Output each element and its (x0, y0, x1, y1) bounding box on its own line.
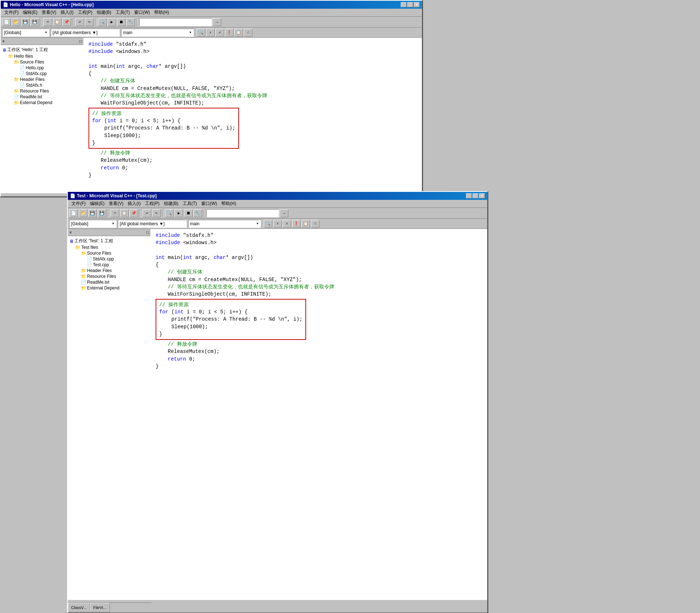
tree-workspace-hello[interactable]: 🖥 工作区 'Hello': 1 工程 (2, 46, 82, 53)
menu-project-test[interactable]: 工程(P) (143, 200, 162, 207)
tree-stdafx-cpp-test[interactable]: 📄 StdAfx.cpp (69, 256, 149, 262)
tb-b3-hello[interactable]: 🔧 (126, 18, 135, 26)
tb-new-test[interactable]: 📄 (69, 209, 78, 217)
menu-tools-test[interactable]: 工具(T) (181, 200, 199, 207)
tree-source-files[interactable]: 📁 Source Files (2, 59, 82, 65)
tb-save-hello[interactable]: 💾 (21, 18, 30, 26)
menu-help-test[interactable]: 帮助(H) (219, 200, 238, 207)
tb-b1-test[interactable]: ▶ (174, 209, 183, 217)
tb-r5-hello[interactable]: 📋 (234, 29, 243, 37)
tb-save-all-hello[interactable]: 💾 (30, 18, 39, 26)
tb-paste-test[interactable]: 📌 (129, 209, 138, 217)
tb-open-hello[interactable]: 📂 (12, 18, 20, 26)
tb-b2-hello[interactable]: ⏹ (117, 18, 125, 26)
maximize-btn-hello[interactable]: □ (407, 2, 413, 7)
menu-view-test[interactable]: 查看(V) (107, 200, 125, 207)
close-btn-hello[interactable]: ✕ (414, 2, 420, 7)
tb-cut-test[interactable]: ✂ (111, 209, 119, 217)
tb-r1-hello[interactable]: 🔍 (197, 29, 205, 37)
tb-redo-hello[interactable]: ↪ (85, 18, 94, 26)
menu-window-hello[interactable]: 窗口(W) (132, 9, 152, 16)
menu-tools-hello[interactable]: 工具(T) (114, 9, 132, 16)
sep2-test (140, 210, 141, 217)
tb-b2-test[interactable]: ⏹ (184, 209, 193, 217)
minimize-btn-hello[interactable]: _ (401, 2, 407, 7)
tree-external-hello[interactable]: 📁 External Depend (2, 100, 82, 106)
tree-source-files-test[interactable]: 📁 Source Files (69, 250, 149, 256)
tb-r3-hello[interactable]: ⚡ (215, 29, 224, 37)
maximize-btn-test[interactable]: □ (473, 193, 478, 198)
menu-edit-hello[interactable]: 编辑(E) (21, 9, 40, 16)
globals-dropdown-hello[interactable]: [Globals] ▼ (2, 29, 49, 37)
tree-test-cpp[interactable]: 📄 Test.cpp (69, 262, 149, 268)
tb-b1-hello[interactable]: ▶ (107, 18, 116, 26)
tree-readme-test[interactable]: 📄 ReadMe.txt (69, 279, 149, 285)
menu-project-hello[interactable]: 工程(P) (76, 9, 95, 16)
sep3-hello (95, 19, 96, 25)
menu-help-hello[interactable]: 帮助(H) (152, 9, 171, 16)
tb-r4-hello[interactable]: ❗ (225, 29, 234, 37)
toolbar-search-hello[interactable] (139, 18, 212, 26)
tb-r2-test[interactable]: ⚡ (273, 220, 282, 228)
tb-find-test[interactable]: 🔍 (165, 209, 174, 217)
tb-undo-test[interactable]: ↩ (143, 209, 151, 217)
main-dropdown-hello[interactable]: main ▼ (121, 29, 194, 37)
tb-copy-hello[interactable]: 📋 (53, 18, 62, 26)
tree-resource-files-test[interactable]: 📁 Resource Files (69, 273, 149, 279)
tb-go-test[interactable]: → (280, 209, 288, 217)
tree-stdafx-cpp[interactable]: 📄 StdAfx.cpp (2, 71, 82, 77)
main-dropdown-test[interactable]: main ▼ (188, 220, 261, 228)
tree-header-files-hello[interactable]: 📁 Header Files (2, 77, 82, 82)
file-tree-hello: × □ 🖥 工作区 'Hello': 1 工程 📁 Hello files 📁 … (1, 38, 84, 193)
tree-resource-files-hello[interactable]: 📁 Resource Files (2, 88, 82, 94)
menu-insert-test[interactable]: 插入(I) (125, 200, 143, 207)
title-bar-hello: 📄 Hello - Microsoft Visual C++ - [Hello.… (1, 1, 422, 9)
tb-r1-test[interactable]: 🔍 (264, 220, 272, 228)
minimize-btn-test[interactable]: _ (466, 193, 472, 198)
tb-cut-hello[interactable]: ✂ (44, 18, 52, 26)
menu-file-hello[interactable]: 文件(F) (2, 9, 21, 16)
menu-file-test[interactable]: 文件(F) (69, 200, 88, 207)
tb-undo-hello[interactable]: ↩ (75, 18, 84, 26)
tb-save-all-test[interactable]: 💾 (98, 209, 106, 217)
tree-hello-files[interactable]: 📁 Hello files (2, 53, 82, 59)
tb-r6-hello[interactable]: ☝ (244, 29, 252, 37)
tb-r6-test[interactable]: ☝ (311, 220, 320, 228)
sep2-hello (73, 19, 74, 25)
code-after-test: // 释放令牌 ReleaseMutex(cm); return 0; } (156, 341, 483, 370)
code-editor-test[interactable]: #include "stdafx.h" #include <windows.h>… (151, 229, 487, 600)
tb-new-hello[interactable]: 📄 (2, 18, 11, 26)
tb-r3-test[interactable]: ⚡ (283, 220, 291, 228)
members-dropdown-test[interactable]: [All global members ▼] (118, 220, 187, 228)
sep1-test (108, 210, 109, 217)
menu-build-hello[interactable]: 组建(B) (95, 9, 114, 16)
tree-external-test[interactable]: 📁 External Depend (69, 285, 149, 291)
tb-r5-test[interactable]: 📋 (301, 220, 310, 228)
tree-stdafx-h[interactable]: 📄 StdAfx.h (2, 82, 82, 88)
tree-workspace-test[interactable]: 🖥 工作区 'Test': 1 工程 (69, 238, 149, 244)
toolbar-search-test[interactable] (206, 209, 279, 217)
tb-find-hello[interactable]: 🔍 (98, 18, 107, 26)
menu-view-hello[interactable]: 查看(V) (40, 9, 58, 16)
menu-insert-hello[interactable]: 插入(I) (58, 9, 75, 16)
tb-b3-test[interactable]: 🔧 (193, 209, 202, 217)
tree-hello-cpp[interactable]: 📄 Hello.cpp (2, 65, 82, 71)
menu-edit-test[interactable]: 编辑(E) (88, 200, 107, 207)
tree-header-files-test[interactable]: 📁 Header Files (69, 268, 149, 273)
tb-r4-test[interactable]: ❗ (292, 220, 301, 228)
menu-build-test[interactable]: 组建(B) (162, 200, 181, 207)
menu-window-test[interactable]: 窗口(W) (199, 200, 219, 207)
close-btn-test[interactable]: ✕ (479, 193, 485, 198)
tb-r2-hello[interactable]: ⚡ (206, 29, 215, 37)
tb-save-test[interactable]: 💾 (88, 209, 97, 217)
members-dropdown-hello[interactable]: [All global members ▼] (51, 29, 120, 37)
tb-copy-test[interactable]: 📋 (120, 209, 129, 217)
globals-dropdown-test[interactable]: [Globals] ▼ (69, 220, 116, 228)
tb-redo-test[interactable]: ↪ (152, 209, 161, 217)
tb-paste-hello[interactable]: 📌 (62, 18, 71, 26)
tb-go-hello[interactable]: → (213, 18, 221, 26)
tb-open-test[interactable]: 📂 (79, 209, 87, 217)
code-editor-hello[interactable]: #include "stdafx.h" #include <windows.h>… (84, 38, 422, 193)
tree-readme-hello[interactable]: 📄 ReadMe.txt (2, 94, 82, 100)
tree-test-files[interactable]: 📁 Test files (69, 244, 149, 250)
